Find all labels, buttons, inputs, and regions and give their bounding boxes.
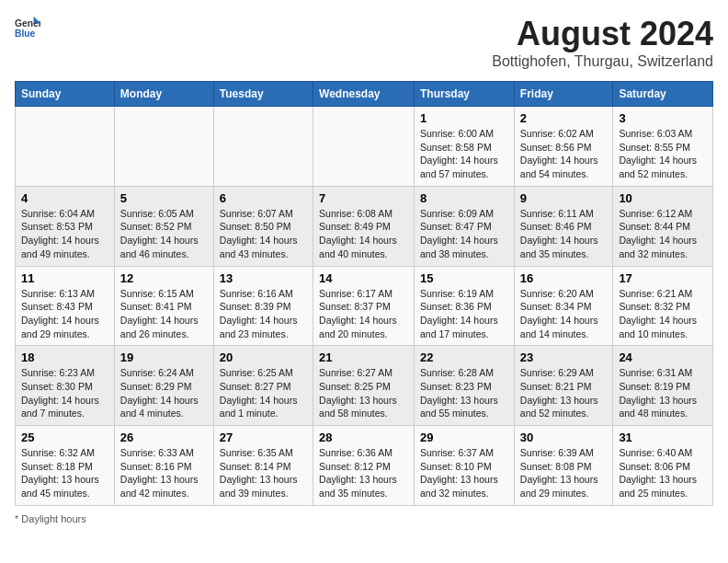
day-number: 1: [420, 111, 508, 125]
calendar-cell: [16, 107, 115, 187]
day-info: Sunrise: 6:28 AM Sunset: 8:23 PM Dayligh…: [420, 366, 508, 420]
day-info: Sunrise: 6:17 AM Sunset: 8:37 PM Dayligh…: [319, 287, 408, 341]
calendar-cell: 13Sunrise: 6:16 AM Sunset: 8:39 PM Dayli…: [213, 266, 313, 346]
calendar-cell: 21Sunrise: 6:27 AM Sunset: 8:25 PM Dayli…: [313, 346, 415, 426]
page-title: August 2024: [492, 15, 713, 53]
day-info: Sunrise: 6:24 AM Sunset: 8:29 PM Dayligh…: [120, 366, 208, 420]
day-number: 28: [319, 431, 408, 444]
calendar-cell: 29Sunrise: 6:37 AM Sunset: 8:10 PM Dayli…: [415, 426, 515, 506]
calendar-cell: 17Sunrise: 6:21 AM Sunset: 8:32 PM Dayli…: [613, 266, 713, 346]
day-info: Sunrise: 6:02 AM Sunset: 8:56 PM Dayligh…: [520, 127, 608, 181]
calendar-cell: 10Sunrise: 6:12 AM Sunset: 8:44 PM Dayli…: [613, 186, 713, 266]
day-info: Sunrise: 6:11 AM Sunset: 8:46 PM Dayligh…: [520, 207, 608, 261]
day-info: Sunrise: 6:21 AM Sunset: 8:32 PM Dayligh…: [619, 287, 707, 341]
day-info: Sunrise: 6:31 AM Sunset: 8:19 PM Dayligh…: [619, 366, 707, 420]
day-info: Sunrise: 6:05 AM Sunset: 8:52 PM Dayligh…: [120, 207, 208, 261]
day-number: 4: [21, 191, 108, 205]
day-number: 9: [520, 191, 608, 205]
day-info: Sunrise: 6:07 AM Sunset: 8:50 PM Dayligh…: [220, 207, 307, 261]
day-number: 20: [220, 350, 307, 364]
day-number: 8: [420, 191, 508, 205]
calendar-cell: 20Sunrise: 6:25 AM Sunset: 8:27 PM Dayli…: [213, 346, 313, 426]
day-info: Sunrise: 6:36 AM Sunset: 8:12 PM Dayligh…: [319, 446, 408, 500]
calendar-cell: 11Sunrise: 6:13 AM Sunset: 8:43 PM Dayli…: [16, 266, 115, 346]
calendar-cell: 23Sunrise: 6:29 AM Sunset: 8:21 PM Dayli…: [514, 346, 613, 426]
day-info: Sunrise: 6:03 AM Sunset: 8:55 PM Dayligh…: [619, 127, 707, 181]
calendar-cell: 4Sunrise: 6:04 AM Sunset: 8:53 PM Daylig…: [16, 186, 115, 266]
day-number: 7: [319, 191, 408, 205]
day-number: 18: [21, 350, 108, 364]
calendar-cell: 14Sunrise: 6:17 AM Sunset: 8:37 PM Dayli…: [313, 266, 415, 346]
week-row-1: 1Sunrise: 6:00 AM Sunset: 8:58 PM Daylig…: [16, 107, 713, 187]
calendar-cell: 9Sunrise: 6:11 AM Sunset: 8:46 PM Daylig…: [514, 186, 613, 266]
day-info: Sunrise: 6:35 AM Sunset: 8:14 PM Dayligh…: [220, 446, 307, 500]
day-info: Sunrise: 6:25 AM Sunset: 8:27 PM Dayligh…: [220, 366, 307, 420]
day-info: Sunrise: 6:29 AM Sunset: 8:21 PM Dayligh…: [520, 366, 608, 420]
page-subtitle: Bottighofen, Thurgau, Switzerland: [492, 53, 713, 70]
day-info: Sunrise: 6:32 AM Sunset: 8:18 PM Dayligh…: [21, 446, 108, 500]
day-number: 14: [319, 271, 408, 285]
header-cell-tuesday: Tuesday: [213, 82, 313, 107]
day-number: 25: [21, 431, 108, 444]
day-info: Sunrise: 6:00 AM Sunset: 8:58 PM Dayligh…: [420, 127, 508, 181]
day-number: 26: [120, 431, 208, 444]
title-area: August 2024 Bottighofen, Thurgau, Switze…: [492, 15, 713, 70]
calendar-cell: [213, 107, 313, 187]
day-number: 17: [619, 271, 707, 285]
day-number: 16: [520, 271, 608, 285]
calendar-cell: 31Sunrise: 6:40 AM Sunset: 8:06 PM Dayli…: [613, 426, 713, 506]
header-cell-monday: Monday: [114, 82, 213, 107]
day-info: Sunrise: 6:37 AM Sunset: 8:10 PM Dayligh…: [420, 446, 508, 500]
logo-icon: General Blue: [15, 15, 40, 40]
calendar-cell: 5Sunrise: 6:05 AM Sunset: 8:52 PM Daylig…: [114, 186, 213, 266]
calendar-cell: 24Sunrise: 6:31 AM Sunset: 8:19 PM Dayli…: [613, 346, 713, 426]
calendar-cell: 30Sunrise: 6:39 AM Sunset: 8:08 PM Dayli…: [514, 426, 613, 506]
day-info: Sunrise: 6:12 AM Sunset: 8:44 PM Dayligh…: [619, 207, 707, 261]
calendar-cell: 22Sunrise: 6:28 AM Sunset: 8:23 PM Dayli…: [415, 346, 515, 426]
day-number: 2: [520, 111, 608, 125]
day-number: 15: [420, 271, 508, 285]
calendar-cell: 12Sunrise: 6:15 AM Sunset: 8:41 PM Dayli…: [114, 266, 213, 346]
calendar-cell: 1Sunrise: 6:00 AM Sunset: 8:58 PM Daylig…: [415, 107, 515, 187]
calendar-cell: 7Sunrise: 6:08 AM Sunset: 8:49 PM Daylig…: [313, 186, 415, 266]
day-number: 12: [120, 271, 208, 285]
day-number: 13: [220, 271, 307, 285]
week-row-2: 4Sunrise: 6:04 AM Sunset: 8:53 PM Daylig…: [16, 186, 713, 266]
day-info: Sunrise: 6:20 AM Sunset: 8:34 PM Dayligh…: [520, 287, 608, 341]
day-number: 5: [120, 191, 208, 205]
header: General Blue August 2024 Bottighofen, Th…: [15, 15, 713, 70]
week-row-3: 11Sunrise: 6:13 AM Sunset: 8:43 PM Dayli…: [16, 266, 713, 346]
calendar-cell: 3Sunrise: 6:03 AM Sunset: 8:55 PM Daylig…: [613, 107, 713, 187]
day-info: Sunrise: 6:08 AM Sunset: 8:49 PM Dayligh…: [319, 207, 408, 261]
header-cell-thursday: Thursday: [415, 82, 515, 107]
header-cell-saturday: Saturday: [613, 82, 713, 107]
week-row-4: 18Sunrise: 6:23 AM Sunset: 8:30 PM Dayli…: [16, 346, 713, 426]
day-info: Sunrise: 6:04 AM Sunset: 8:53 PM Dayligh…: [21, 207, 108, 261]
day-info: Sunrise: 6:15 AM Sunset: 8:41 PM Dayligh…: [120, 287, 208, 341]
day-number: 31: [619, 431, 707, 444]
calendar-cell: 8Sunrise: 6:09 AM Sunset: 8:47 PM Daylig…: [415, 186, 515, 266]
day-info: Sunrise: 6:27 AM Sunset: 8:25 PM Dayligh…: [319, 366, 408, 420]
week-row-5: 25Sunrise: 6:32 AM Sunset: 8:18 PM Dayli…: [16, 426, 713, 506]
day-number: 19: [120, 350, 208, 364]
calendar-cell: 26Sunrise: 6:33 AM Sunset: 8:16 PM Dayli…: [114, 426, 213, 506]
day-number: 24: [619, 350, 707, 364]
calendar-cell: 19Sunrise: 6:24 AM Sunset: 8:29 PM Dayli…: [114, 346, 213, 426]
calendar-cell: 28Sunrise: 6:36 AM Sunset: 8:12 PM Dayli…: [313, 426, 415, 506]
day-number: 22: [420, 350, 508, 364]
calendar-cell: 15Sunrise: 6:19 AM Sunset: 8:36 PM Dayli…: [415, 266, 515, 346]
calendar-header: SundayMondayTuesdayWednesdayThursdayFrid…: [16, 82, 713, 107]
calendar-cell: 6Sunrise: 6:07 AM Sunset: 8:50 PM Daylig…: [213, 186, 313, 266]
day-number: 21: [319, 350, 408, 364]
calendar-cell: 16Sunrise: 6:20 AM Sunset: 8:34 PM Dayli…: [514, 266, 613, 346]
day-info: Sunrise: 6:13 AM Sunset: 8:43 PM Dayligh…: [21, 287, 108, 341]
day-number: 3: [619, 111, 707, 125]
day-info: Sunrise: 6:23 AM Sunset: 8:30 PM Dayligh…: [21, 366, 108, 420]
day-number: 23: [520, 350, 608, 364]
day-number: 11: [21, 271, 108, 285]
header-cell-sunday: Sunday: [16, 82, 115, 107]
calendar-cell: 2Sunrise: 6:02 AM Sunset: 8:56 PM Daylig…: [514, 107, 613, 187]
calendar-cell: [114, 107, 213, 187]
day-info: Sunrise: 6:09 AM Sunset: 8:47 PM Dayligh…: [420, 207, 508, 261]
day-number: 10: [619, 191, 707, 205]
